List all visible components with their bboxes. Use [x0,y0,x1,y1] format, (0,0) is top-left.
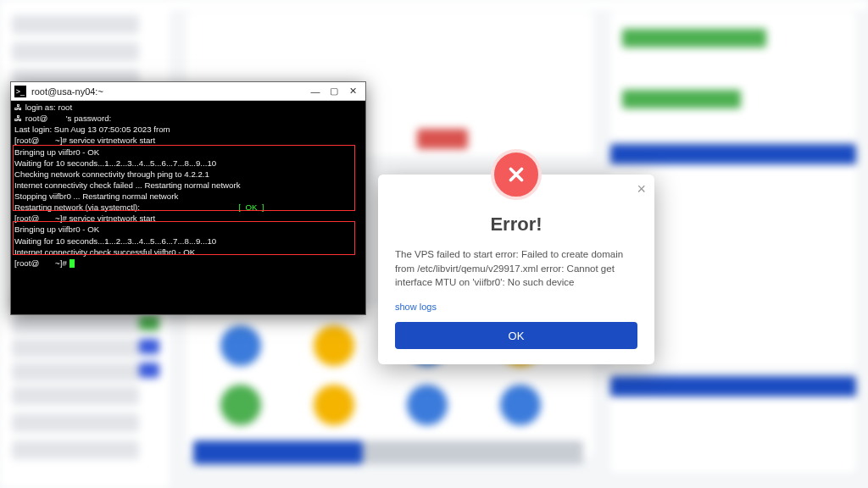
error-modal: × Error! The VPS failed to start error: … [378,175,654,364]
terminal-title: root@usa-ny04:~ [31,86,306,97]
terminal-body[interactable]: 🖧 login as: root 🖧 root@ 's password: La… [11,101,365,314]
terminal-cursor [70,259,75,268]
ok-button[interactable]: OK [395,322,637,349]
modal-close-button[interactable]: × [637,181,646,197]
terminal-titlebar[interactable]: >_ root@usa-ny04:~ — ▢ ✕ [11,82,365,101]
modal-message: The VPS failed to start error: Failed to… [395,247,637,290]
error-icon [491,149,542,200]
terminal-icon: >_ [14,86,26,97]
maximize-button[interactable]: ▢ [325,85,343,98]
modal-title: Error! [395,214,637,236]
minimize-button[interactable]: — [306,85,325,98]
putty-icon: 🖧 [14,114,25,123]
terminal-window: >_ root@usa-ny04:~ — ▢ ✕ 🖧 login as: roo… [10,81,366,315]
show-logs-link[interactable]: show logs [395,302,437,312]
close-window-button[interactable]: ✕ [343,85,362,98]
putty-icon: 🖧 [14,103,25,112]
